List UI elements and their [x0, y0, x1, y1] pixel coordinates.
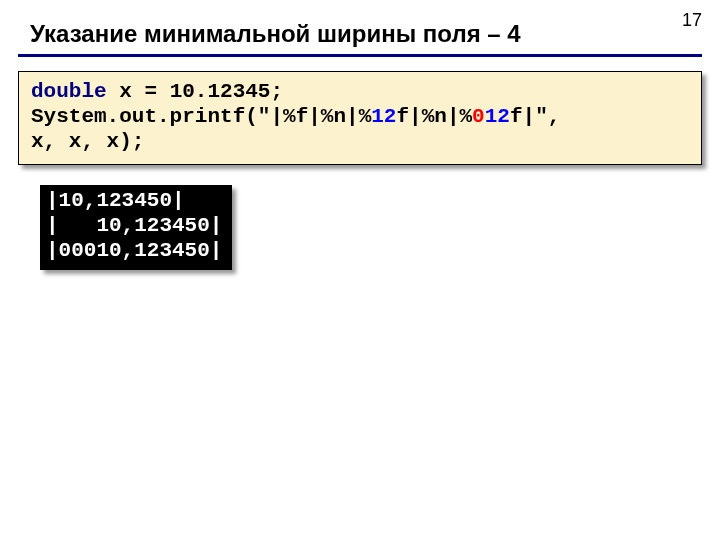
code-text: f|",: [510, 105, 560, 128]
code-text: f|%n|%: [396, 105, 472, 128]
code-block: double x = 10.12345; System.out.printf("…: [18, 71, 702, 165]
output-line: |00010,123450|: [46, 239, 222, 262]
format-width-12: 12: [371, 105, 396, 128]
slide-title: Указание минимальной ширины поля – 4: [0, 0, 720, 54]
code-text: x = 10.12345;: [107, 80, 283, 103]
keyword-double: double: [31, 80, 107, 103]
output-line: |10,123450|: [46, 189, 185, 212]
format-flag-0: 0: [472, 105, 485, 128]
output-line: | 10,123450|: [46, 214, 222, 237]
page-number: 17: [682, 10, 702, 31]
format-width-12b: 12: [485, 105, 510, 128]
code-text: System.out.printf("|%f|%n|%: [31, 105, 371, 128]
code-text: x, x, x);: [31, 130, 144, 153]
console-output: |10,123450| | 10,123450| |00010,123450|: [40, 185, 232, 269]
title-underline: [18, 54, 702, 57]
